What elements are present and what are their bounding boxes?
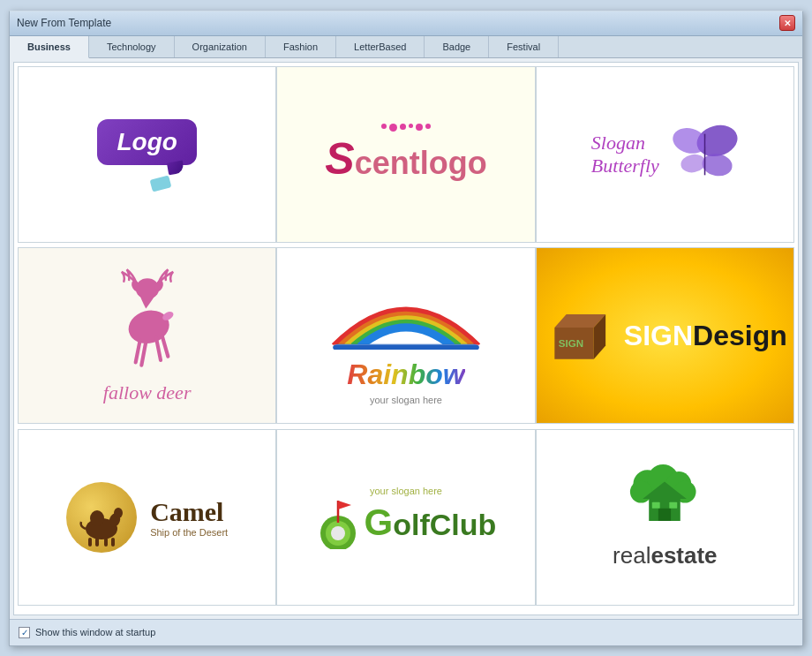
template-sign[interactable]: SIGN SIGNDesign: [536, 247, 794, 424]
svg-line-12: [162, 336, 168, 356]
golf-slogan: your slogan here: [370, 486, 442, 496]
realestate-preview: realestate: [613, 464, 718, 569]
realestate-icon: [625, 464, 704, 535]
svg-line-11: [156, 338, 161, 360]
svg-rect-26: [95, 538, 99, 547]
svg-rect-43: [670, 502, 678, 509]
dot-1: [381, 124, 387, 129]
sign-text-block: SIGNDesign: [624, 320, 787, 352]
template-camel[interactable]: Camel Ship of the Desert: [18, 429, 276, 606]
tab-technology[interactable]: Technology: [89, 36, 175, 57]
rainbow-slogan: your slogan here: [370, 395, 442, 405]
logo-text: Logo: [117, 128, 177, 155]
butterfly-preview: Slogan Butterfly: [591, 124, 739, 185]
golf-preview: your slogan here: [316, 486, 497, 549]
close-button[interactable]: ✕: [779, 15, 795, 31]
svg-rect-28: [111, 538, 115, 547]
golf-title: GolfClub: [365, 501, 497, 544]
template-logo[interactable]: Logo: [18, 66, 276, 243]
template-grid: Logo Scentlogo: [13, 62, 799, 615]
svg-marker-33: [338, 501, 351, 509]
svg-rect-42: [652, 502, 660, 509]
dot-6: [425, 124, 431, 129]
startup-checkbox[interactable]: ✓: [19, 627, 30, 638]
tab-business[interactable]: Business: [10, 36, 89, 58]
svg-point-3: [680, 152, 707, 174]
camel-text: Camel Ship of the Desert: [150, 497, 228, 538]
template-rainbow[interactable]: Rainbow your slogan here: [276, 247, 535, 424]
svg-line-10: [141, 342, 146, 366]
logo-bubble: Logo: [97, 119, 196, 165]
svg-text:SIGN: SIGN: [559, 338, 583, 349]
camel-circle: [66, 482, 137, 553]
scent-preview: Scentlogo: [325, 124, 486, 185]
deer-icon: [103, 267, 192, 373]
tab-letterbased[interactable]: LetterBased: [336, 36, 425, 57]
slogan-text: Slogan: [591, 132, 659, 155]
butterfly-text: Slogan Butterfly: [591, 132, 659, 177]
scent-dots: [381, 124, 431, 132]
camel-name: Camel: [150, 497, 228, 527]
camel-icon: [71, 486, 132, 548]
window-title: New From Template: [17, 17, 111, 29]
main-window: New From Template ✕ Business Technology …: [9, 11, 803, 646]
svg-point-31: [331, 526, 345, 540]
scent-s: S: [325, 133, 354, 185]
rainbow-title: Rainbow: [347, 358, 464, 391]
realestate-title: realestate: [613, 542, 718, 569]
rainbow-preview: Rainbow your slogan here: [327, 267, 485, 405]
logo-preview: Logo: [97, 119, 196, 190]
tab-festival[interactable]: Festival: [489, 36, 559, 57]
tab-badge[interactable]: Badge: [425, 36, 489, 57]
tab-fashion[interactable]: Fashion: [266, 36, 336, 57]
svg-rect-27: [104, 538, 108, 547]
svg-rect-41: [658, 509, 671, 521]
dot-2: [389, 124, 397, 132]
golf-title-row: GolfClub: [316, 496, 497, 549]
sign-label: SIGNDesign: [624, 320, 787, 352]
sign-box-icon: SIGN: [543, 300, 613, 371]
logo-tag: [149, 175, 171, 192]
template-golf[interactable]: your slogan here: [276, 429, 535, 606]
deer-preview: fallow deer: [103, 267, 192, 404]
butterfly-icon: [668, 124, 739, 185]
svg-point-8: [124, 306, 173, 348]
dot-5: [416, 124, 423, 131]
sign-preview: SIGN SIGNDesign: [543, 300, 787, 371]
svg-point-37: [630, 481, 652, 503]
footer: ✓ Show this window at startup: [10, 619, 802, 645]
butterfly-word: Butterfly: [591, 155, 659, 177]
svg-point-24: [114, 508, 123, 518]
sign-white: SIGN: [624, 320, 693, 351]
realestate-real: real: [613, 542, 650, 569]
svg-rect-16: [333, 344, 479, 349]
dot-3: [400, 124, 406, 130]
title-bar: New From Template ✕: [10, 11, 802, 36]
scent-rest: centlogo: [355, 145, 487, 182]
tab-bar: Business Technology Organization Fashion…: [10, 36, 802, 58]
svg-point-22: [90, 510, 104, 526]
tab-organization[interactable]: Organization: [175, 36, 266, 57]
deer-label: fallow deer: [103, 381, 192, 404]
golf-g: G: [365, 501, 394, 543]
golf-icon: [316, 496, 365, 549]
svg-rect-25: [88, 538, 92, 547]
content-area: Logo Scentlogo: [10, 58, 802, 619]
template-scent[interactable]: Scentlogo: [276, 66, 535, 243]
template-deer[interactable]: fallow deer: [18, 247, 276, 424]
svg-line-9: [135, 340, 139, 362]
design-label: Design: [693, 320, 787, 351]
checkmark: ✓: [21, 628, 28, 637]
rainbow-icon: [327, 267, 485, 355]
template-butterfly[interactable]: Slogan Butterfly: [536, 66, 794, 243]
dot-4: [409, 124, 413, 128]
scent-title: Scentlogo: [325, 133, 486, 185]
camel-slogan: Ship of the Desert: [150, 527, 228, 538]
startup-label: Show this window at startup: [35, 627, 155, 637]
template-realestate[interactable]: realestate: [536, 429, 794, 606]
realestate-estate: estate: [650, 542, 717, 569]
camel-preview: Camel Ship of the Desert: [66, 482, 228, 553]
